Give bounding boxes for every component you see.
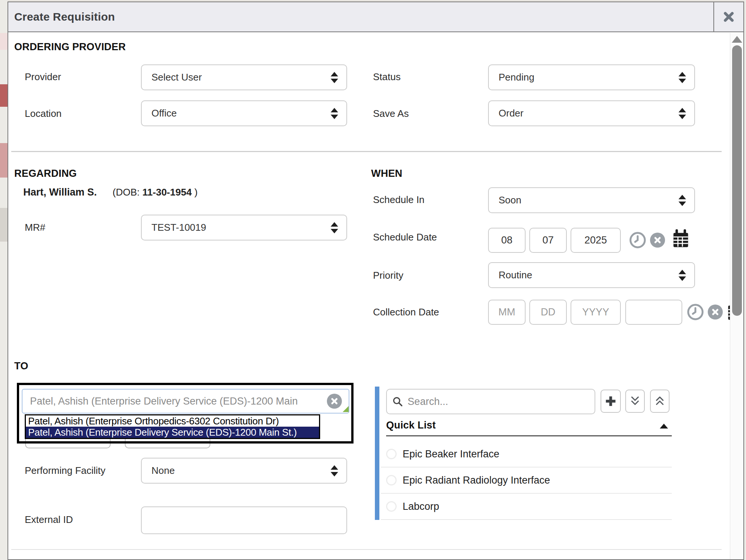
chevron-updown-icon (331, 222, 338, 233)
search-icon (392, 396, 403, 408)
collection-time-input[interactable] (625, 300, 682, 325)
x-glyph (712, 308, 719, 316)
schedule-time-icon[interactable] (629, 231, 646, 249)
add-recipient-button[interactable] (601, 390, 621, 413)
collection-date-label: Collection Date (373, 306, 439, 318)
chevron-updown-icon (679, 195, 686, 206)
schedule-date-label: Schedule Date (373, 231, 437, 243)
directory-search-box[interactable] (386, 389, 595, 414)
recipient-search-input[interactable] (22, 389, 349, 414)
quick-list-radio[interactable] (386, 475, 397, 485)
mr-label: MR# (25, 222, 45, 233)
performing-facility-select-value: None (151, 465, 175, 476)
priority-select[interactable]: Routine (488, 262, 695, 288)
status-select[interactable]: Pending (488, 64, 695, 90)
quick-list-item[interactable]: Epic Radiant Radiology Interface (386, 473, 672, 488)
collapse-all-button[interactable] (650, 390, 670, 413)
schedule-in-label: Schedule In (373, 194, 424, 206)
patient-name: Hart, William S. (23, 187, 97, 198)
save-as-select-value: Order (499, 108, 523, 119)
directory-search-input[interactable] (407, 396, 589, 408)
close-icon (723, 11, 735, 23)
chevron-updown-icon (679, 108, 686, 119)
collection-year-input[interactable] (571, 300, 621, 325)
collection-time-icon[interactable] (687, 303, 704, 321)
schedule-day-input[interactable] (529, 228, 567, 253)
chevron-updown-icon (331, 465, 338, 476)
patient-line: Hart, William S. (DOB: 11-30-1954 ) (23, 187, 198, 198)
chevron-updown-icon (679, 72, 686, 83)
external-id-input[interactable] (141, 506, 347, 534)
quick-list-heading: Quick List (386, 420, 436, 431)
chevron-updown-icon (331, 72, 338, 83)
list-separator (381, 519, 672, 520)
schedule-date-clear-icon[interactable] (650, 233, 665, 248)
double-chevron-down-icon (629, 395, 641, 408)
chevron-updown-icon (679, 270, 686, 281)
expand-all-button[interactable] (625, 390, 645, 413)
double-chevron-up-icon (654, 395, 665, 408)
quick-list-item-label: Epic Radiant Radiology Interface (403, 475, 550, 486)
scrollbar-thumb[interactable] (732, 45, 742, 316)
collection-date-clear-icon[interactable] (708, 305, 723, 320)
x-glyph (654, 236, 661, 244)
collection-day-input[interactable] (529, 300, 567, 325)
dob-value: 11-30-1954 (142, 187, 192, 198)
ordering-provider-heading: ORDERING PROVIDER (14, 41, 126, 53)
background-fragment (0, 33, 7, 50)
schedule-in-select[interactable]: Soon (488, 187, 695, 213)
mr-select-value: TEST-10019 (151, 222, 206, 233)
x-glyph (331, 397, 338, 405)
patient-dob: (DOB: 11-30-1954 ) (112, 187, 198, 198)
provider-select-value: Select User (151, 72, 202, 83)
provider-select[interactable]: Select User (141, 64, 347, 90)
quick-list-radio[interactable] (386, 501, 397, 512)
quick-list-radio[interactable] (386, 449, 397, 459)
when-heading: WHEN (371, 168, 402, 179)
schedule-month-input[interactable] (488, 228, 526, 253)
schedule-calendar-icon[interactable] (671, 229, 691, 249)
suggestion-option-selected[interactable]: Patel, Ashish (Enterprise Delivery Servi… (26, 427, 319, 438)
dialog-title: Create Requisition (8, 10, 115, 23)
plus-icon (604, 395, 617, 408)
dob-suffix: ) (195, 187, 198, 198)
quick-list-underline (386, 435, 672, 436)
save-as-select[interactable]: Order (488, 100, 695, 126)
mr-select[interactable]: TEST-10019 (141, 215, 347, 240)
status-label: Status (373, 71, 401, 83)
resize-handle-icon[interactable] (343, 406, 349, 412)
bottom-divider (11, 549, 722, 550)
collection-month-input[interactable] (488, 300, 526, 325)
location-label: Location (25, 108, 61, 119)
priority-select-value: Routine (499, 269, 532, 281)
regarding-heading: REGARDING (14, 168, 77, 179)
list-separator (381, 467, 672, 467)
background-fragment (0, 143, 7, 178)
status-select-value: Pending (499, 72, 534, 83)
dialog-header: Create Requisition (7, 1, 744, 32)
background-fragment (0, 208, 7, 242)
background-fragment (0, 84, 7, 107)
provider-label: Provider (25, 71, 61, 83)
vertical-scrollbar[interactable] (730, 33, 743, 559)
schedule-year-input[interactable] (571, 228, 621, 253)
scroll-up-icon[interactable] (732, 36, 742, 43)
dob-prefix: (DOB: (112, 187, 139, 198)
quick-list-item[interactable]: Epic Beaker Interface (386, 447, 672, 461)
quick-list-item-label: Epic Beaker Interface (403, 448, 499, 460)
recipient-clear-icon[interactable] (327, 394, 342, 409)
quick-list-accent-bar (375, 387, 379, 520)
quick-list-item-label: Labcorp (403, 501, 439, 512)
screen: Create Requisition ORDERING PROVIDER Pro… (0, 0, 746, 560)
close-button[interactable] (713, 2, 743, 31)
to-heading: TO (14, 360, 28, 372)
collapse-section-icon[interactable] (660, 424, 668, 429)
quick-list-item[interactable]: Labcorp (386, 499, 672, 514)
underlying-page-left-sliver (0, 0, 7, 560)
save-as-label: Save As (373, 108, 409, 119)
location-select-value: Office (151, 108, 177, 119)
location-select[interactable]: Office (141, 100, 347, 126)
performing-facility-select[interactable]: None (141, 458, 347, 484)
suggestion-option[interactable]: Patel, Ashish (Enterprise Orthopedics-63… (26, 415, 319, 427)
schedule-in-select-value: Soon (499, 194, 521, 206)
